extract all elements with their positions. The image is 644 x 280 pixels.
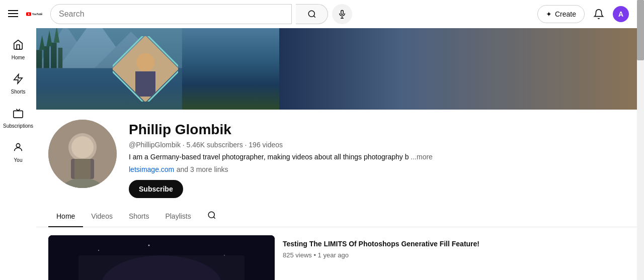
sidebar-item-home[interactable]: Home: [0, 32, 36, 65]
svg-rect-29: [135, 71, 155, 97]
svg-point-7: [308, 11, 314, 17]
channel-separator-1: ·: [183, 141, 187, 149]
you-icon: [13, 142, 24, 155]
channel-name: Phillip Glombik: [129, 122, 632, 138]
sidebar-item-home-label: Home: [12, 55, 25, 60]
avatar-image: [48, 120, 117, 188]
more-button[interactable]: ...more: [411, 153, 433, 161]
channel-more-links[interactable]: and 3 more links: [177, 165, 228, 173]
svg-point-53: [208, 212, 214, 218]
search-input[interactable]: [51, 10, 291, 19]
menu-icon[interactable]: [8, 9, 18, 20]
tab-home[interactable]: Home: [48, 206, 83, 227]
channel-avatar: [48, 120, 117, 188]
svg-rect-59: [78, 255, 245, 280]
svg-point-11: [16, 144, 20, 147]
svg-text:YouTube: YouTube: [32, 13, 42, 16]
sidebar-item-you-label: You: [14, 157, 23, 163]
search-button[interactable]: [296, 4, 328, 24]
svg-rect-0: [8, 10, 18, 11]
sidebar: Home Shorts Subscriptions You: [0, 28, 36, 280]
channel-tabs: Home Videos Shorts Playlists: [36, 206, 644, 227]
channel-description: I am a Germany-based travel photographer…: [129, 153, 632, 161]
svg-rect-21: [58, 48, 62, 68]
video-views: 825 views: [283, 251, 312, 259]
channel-details: Phillip Glombik @PhillipGlombik · 5.46K …: [129, 120, 632, 198]
sidebar-item-subscriptions-label: Subscriptions: [3, 123, 33, 129]
channel-website-link[interactable]: letsimage.com: [129, 165, 174, 173]
search-bar: [50, 4, 292, 24]
main-content: Photography, Editing, Laughter. Photogra…: [36, 28, 644, 280]
subscriptions-icon: [13, 108, 24, 121]
tab-videos[interactable]: Videos: [83, 206, 121, 227]
avatar[interactable]: A: [613, 6, 629, 22]
video-title: Testing The LIMITS Of Photoshops Generat…: [283, 239, 632, 249]
search-container: [50, 4, 352, 24]
video-meta-sep: •: [313, 251, 317, 259]
sidebar-item-subscriptions[interactable]: Subscriptions: [0, 101, 36, 134]
svg-marker-9: [14, 74, 23, 83]
header-right: ✦ Create A: [537, 4, 629, 24]
video-info: Testing The LIMITS Of Photoshops Generat…: [283, 235, 632, 263]
channel-subscribers: 5.46K subscribers: [187, 141, 243, 149]
video-grid: Testing The LIMITS Of Photoshops Gener..…: [36, 227, 644, 280]
video-thumbnail: Testing The LIMITS Of Photoshops Gener..…: [48, 235, 275, 280]
svg-rect-52: [74, 159, 91, 179]
home-icon: [13, 39, 24, 53]
channel-banner: Photography, Editing, Laughter. Photogra…: [36, 28, 644, 110]
sidebar-item-you[interactable]: You: [0, 135, 36, 168]
video-card-featured[interactable]: Testing The LIMITS Of Photoshops Gener..…: [48, 235, 275, 280]
youtube-icon: YouTube PK: [26, 9, 42, 20]
video-side: Testing The LIMITS Of Photoshops Generat…: [275, 235, 632, 280]
sidebar-item-shorts-label: Shorts: [11, 89, 26, 95]
youtube-logo[interactable]: YouTube PK: [26, 9, 42, 20]
svg-text:PK: PK: [41, 13, 42, 15]
banner-left: [36, 28, 279, 110]
svg-rect-2: [8, 16, 18, 17]
channel-meta: @PhillipGlombik · 5.46K subscribers · 19…: [129, 141, 632, 149]
shorts-icon: [13, 73, 24, 87]
tab-shorts[interactable]: Shorts: [121, 206, 157, 227]
create-plus-icon: ✦: [546, 10, 552, 18]
header: YouTube PK ✦ Create: [0, 0, 637, 28]
sidebar-item-shorts[interactable]: Shorts: [0, 66, 36, 100]
tabs-search-icon[interactable]: [203, 207, 220, 226]
svg-rect-18: [36, 50, 42, 68]
channel-handle: @PhillipGlombik: [129, 141, 181, 149]
video-age: 1 year ago: [318, 251, 349, 259]
scrollbar[interactable]: [637, 0, 644, 280]
svg-rect-1: [8, 13, 18, 14]
svg-point-50: [71, 136, 94, 158]
svg-point-55: [98, 250, 99, 251]
channel-links: letsimage.com and 3 more links: [129, 165, 632, 174]
channel-video-count: 196 videos: [249, 141, 283, 149]
svg-point-56: [148, 245, 150, 246]
svg-rect-20: [51, 43, 57, 68]
svg-rect-8: [341, 11, 344, 15]
create-label: Create: [555, 10, 576, 18]
svg-rect-10: [14, 111, 23, 118]
scrollbar-thumb[interactable]: [637, 0, 644, 60]
subscribe-button[interactable]: Subscribe: [129, 180, 183, 198]
create-button[interactable]: ✦ Create: [537, 5, 585, 23]
channel-info: Phillip Glombik @PhillipGlombik · 5.46K …: [36, 110, 644, 206]
notifications-button[interactable]: [589, 4, 609, 24]
video-meta: 825 views • 1 year ago: [283, 251, 632, 259]
svg-point-28: [136, 53, 154, 71]
tab-playlists[interactable]: Playlists: [157, 206, 199, 227]
mic-button[interactable]: [332, 4, 352, 24]
